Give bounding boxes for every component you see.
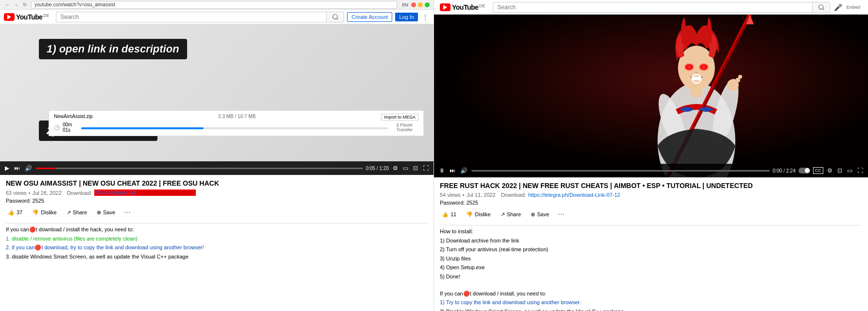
left-desc-line-0: If you can🔴t download / install the hack… [6,225,428,234]
left-password: Password: 2525 [6,198,428,204]
right-youtube-logo-icon [440,3,451,11]
back-button[interactable]: ← [4,1,11,8]
close-window-button[interactable] [411,2,416,7]
minimize-window-button[interactable] [418,2,423,7]
autoplay-toggle[interactable] [799,168,810,173]
left-more-button[interactable]: ⋮ [421,12,430,22]
left-youtube-header: YouTube DE Create Account Log In ⋮ [0,10,434,24]
forward-button[interactable]: → [13,1,19,8]
right-search-button[interactable] [812,2,830,13]
log-in-button[interactable]: Log In [395,13,418,21]
right-settings-button[interactable]: ⚙ [826,166,833,175]
right-password: Password: 2525 [440,200,862,206]
left-video-controls: ▶ ⏭ 🔊 0:05 / 1:20 ⚙ ▭ ⊡ ⛶ [0,161,434,175]
left-action-more-button[interactable]: ⋯ [123,207,132,217]
left-progress-fill [36,168,55,169]
right-share-button[interactable]: ↗ Share [499,210,523,219]
left-like-count: 37 [17,209,22,215]
left-search-icon [332,14,339,20]
left-play-button[interactable]: ▶ [4,164,10,173]
left-share-icon: ↗ [67,209,71,216]
svg-point-15 [684,63,694,71]
embed-label: Embed [846,5,860,10]
right-desc-line-0: 1) Download archive from the link [440,237,862,245]
right-desc-header: How to install: [440,227,862,236]
right-fullscreen-button[interactable]: ⛶ [856,166,864,175]
right-share-label: Share [507,211,521,217]
right-cc-button[interactable]: CC [813,167,823,174]
left-time-display: 0:05 / 1:20 [366,166,389,171]
right-share-icon: ↗ [501,211,505,218]
right-desc-line-3: 4) Open Setup.exe [440,263,862,272]
right-progress-bar[interactable] [471,170,770,172]
left-volume-button[interactable]: 🔊 [24,164,33,173]
right-youtube-logo[interactable]: YouTube DE [440,3,485,11]
right-volume-button[interactable]: 🔊 [459,166,469,175]
right-search-input[interactable] [493,2,812,12]
left-fullscreen-button[interactable]: ⛶ [422,164,430,173]
right-download-url[interactable]: https://telegra.ph/Download-Link-07-12 [528,192,621,198]
right-desc-line-1: 2) Turn off your antivirus (real-time pr… [440,245,862,254]
dl-time: 00m 01s [63,122,78,133]
left-save-button[interactable]: ⊕ Save [95,208,117,217]
import-mega-button[interactable]: Import to MEGA [381,114,418,121]
right-save-button[interactable]: ⊕ Save [529,210,551,219]
left-youtube-logo-text: YouTube [16,13,42,21]
left-video-container: 1) open link in description NewAimAssist… [0,24,434,175]
right-pause-button[interactable]: ⏸ [438,166,446,175]
left-settings-button[interactable]: ⚙ [392,164,399,173]
svg-rect-17 [693,77,700,80]
right-youtube-logo-country: DE [479,3,486,8]
anime-character-bg [434,15,868,177]
right-youtube-header: YouTube DE 🎤 Embed [434,0,868,15]
left-download-url[interactable]: https://telegra.ph/ [94,190,196,196]
svg-point-1 [819,4,823,9]
left-like-button[interactable]: 👍 37 [6,208,24,217]
mic-button[interactable]: 🎤 [834,3,842,11]
right-video-container: ⏸ ⏭ 🔊 0:00 / 2:24 CC ⚙ ⊡ ▭ ⛶ [434,15,868,177]
right-theater-button[interactable]: ▭ [846,166,853,175]
right-video-meta: 54 views • Jul 11, 2022 Download: https:… [440,192,862,198]
left-progress-bar[interactable] [36,168,363,169]
right-miniplayer-button[interactable]: ⊡ [836,166,843,175]
create-account-button[interactable]: Create Account [347,12,392,22]
left-save-label: Save [103,209,115,215]
left-youtube-logo[interactable]: YouTube DE [4,13,49,21]
autoplay-track [799,168,810,173]
left-next-button[interactable]: ⏭ [13,164,21,173]
left-share-button[interactable]: ↗ Share [65,208,89,217]
right-video-date: Jul 11, 2022 [467,192,496,198]
left-search-button[interactable] [326,12,344,22]
refresh-button[interactable]: ↻ [21,1,28,8]
right-next-button[interactable]: ⏭ [449,166,456,175]
right-desc-line-8: 2) Disable Windows Smart Screen, as well… [440,308,862,311]
maximize-window-button[interactable] [425,2,430,7]
right-save-icon: ⊕ [531,211,535,218]
left-url-redacted [137,190,195,196]
left-theater-button[interactable]: ⊡ [412,164,419,173]
left-thumb-down-icon: 👎 [32,209,39,216]
right-video-info: FREE RUST HACK 2022 | NEW FREE RUST CHEA… [434,177,868,311]
right-thumb-down-icon: 👎 [466,211,473,218]
right-like-count: 11 [451,211,456,217]
right-download-label: Download: [501,192,526,198]
right-time-display: 0:00 / 2:24 [773,168,796,173]
right-video-thumbnail [434,15,868,177]
left-search-input[interactable] [56,12,326,22]
left-url-bar[interactable] [31,1,397,9]
right-dislike-button[interactable]: 👎 Dislike [464,210,492,219]
right-like-button[interactable]: 👍 11 [440,210,458,219]
window-controls [411,2,430,7]
right-video-actions: 👍 11 👎 Dislike ↗ Share ⊕ Save ⋯ [440,207,862,221]
left-divider [6,223,428,224]
left-miniplayer-button[interactable]: ▭ [402,164,409,173]
right-action-more-button[interactable]: ⋯ [557,209,566,219]
pause-transfer-button[interactable]: || Pause Transfer [391,122,418,132]
left-nav-buttons: ← → ↻ [4,1,28,8]
left-dislike-button[interactable]: 👎 Dislike [30,208,58,217]
left-dislike-label: Dislike [41,209,56,215]
left-video-date: Jul 26, 2022 [33,190,62,196]
right-view-count: 54 views [440,192,461,198]
left-save-icon: ⊕ [97,209,101,216]
right-divider [440,225,862,225]
